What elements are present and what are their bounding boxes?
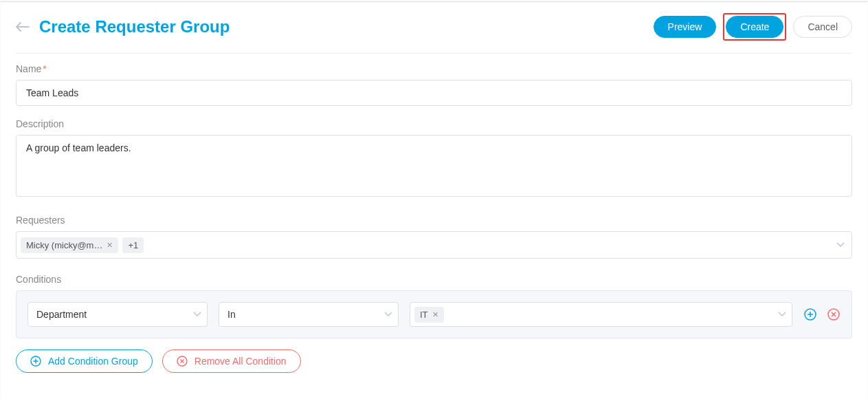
bottom-actions: Add Condition Group Remove All Condition (16, 349, 852, 373)
remove-all-condition-button[interactable]: Remove All Condition (162, 349, 301, 373)
header-left: Create Requester Group (16, 17, 230, 36)
description-label: Description (16, 118, 852, 129)
condition-field-select[interactable]: Department (27, 302, 208, 327)
conditions-label: Conditions (16, 274, 852, 285)
condition-operator-select[interactable]: In (219, 302, 399, 327)
condition-operator-value: In (227, 309, 236, 320)
remove-all-label: Remove All Condition (194, 356, 287, 367)
add-condition-icon[interactable] (803, 308, 817, 321)
header-buttons: Preview Create Cancel (654, 13, 852, 41)
name-label-text: Name (16, 63, 41, 74)
x-circle-icon (177, 356, 188, 367)
back-arrow-icon[interactable] (16, 22, 30, 32)
create-highlight: Create (723, 13, 786, 41)
name-input[interactable] (16, 80, 852, 106)
conditions-container: Department In IT ✕ (16, 290, 852, 338)
required-asterisk: * (43, 63, 46, 74)
requester-extra-count[interactable]: +1 (122, 237, 144, 253)
description-input[interactable] (16, 135, 852, 197)
requesters-select[interactable]: Micky (micky@m… ✕ +1 (16, 231, 852, 259)
add-condition-group-button[interactable]: Add Condition Group (16, 349, 153, 373)
plus-circle-icon (30, 356, 41, 367)
chevron-down-icon (836, 242, 845, 248)
condition-value-tag: IT ✕ (414, 307, 444, 323)
name-label: Name* (16, 63, 852, 74)
condition-value-select[interactable]: IT ✕ (410, 302, 792, 327)
chevron-down-icon (193, 312, 201, 317)
condition-row: Department In IT ✕ (27, 302, 841, 327)
chevron-down-icon (384, 312, 392, 317)
requesters-label: Requesters (16, 215, 852, 226)
requester-tag-text: Micky (micky@m… (26, 240, 102, 250)
condition-field-value: Department (36, 309, 87, 320)
condition-row-actions (803, 308, 841, 321)
preview-button[interactable]: Preview (654, 16, 717, 38)
cancel-button[interactable]: Cancel (793, 16, 852, 38)
remove-condition-icon[interactable] (827, 308, 841, 321)
page-title: Create Requester Group (39, 17, 230, 36)
close-icon[interactable]: ✕ (107, 241, 113, 250)
add-group-label: Add Condition Group (48, 356, 138, 367)
create-button[interactable]: Create (726, 16, 783, 38)
chevron-down-icon (778, 312, 786, 317)
requester-tag: Micky (micky@m… ✕ (21, 237, 118, 253)
close-icon[interactable]: ✕ (432, 310, 438, 319)
condition-value-text: IT (420, 310, 428, 320)
page-header: Create Requester Group Preview Create Ca… (16, 9, 852, 54)
